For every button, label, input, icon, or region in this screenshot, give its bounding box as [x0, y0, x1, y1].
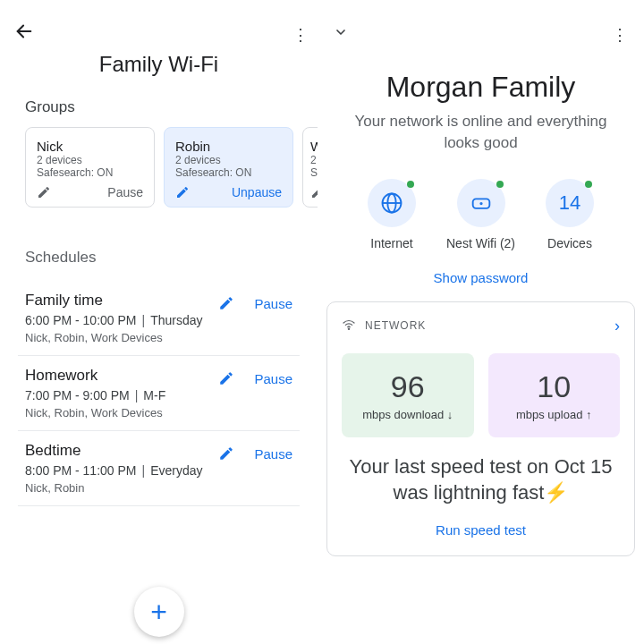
wifi-icon	[342, 318, 356, 335]
internet-tile[interactable]: Internet	[368, 179, 416, 250]
upload-speed-box: 10 mbps upload ↑	[488, 353, 621, 437]
network-panel: ⋮ Morgan Family Your network is online a…	[318, 0, 644, 644]
schedule-time: 8:00 PM - 11:00 PM|Everyday	[25, 463, 218, 478]
edit-icon[interactable]	[218, 370, 234, 386]
group-card-robin[interactable]: Robin 2 devices Safesearch: ON Unpause	[164, 127, 293, 208]
pause-button[interactable]: Pause	[107, 185, 143, 199]
schedule-item[interactable]: Family time 6:00 PM - 10:00 PM|Thursday …	[18, 281, 300, 356]
group-safesearch: Sa	[310, 166, 318, 179]
network-label: NETWORK	[365, 319, 426, 332]
upload-value: 10	[497, 369, 612, 404]
svg-point-6	[348, 328, 349, 329]
group-name: W	[310, 139, 318, 154]
pause-button[interactable]: Pause	[254, 296, 292, 311]
group-devices: 2 devices	[37, 154, 143, 166]
speed-row: 96 mbps download ↓ 10 mbps upload ↑	[342, 353, 620, 437]
groups-heading: Groups	[0, 98, 318, 116]
arrow-down-icon: ↓	[447, 408, 453, 421]
status-tiles: Internet Nest Wifi (2) 14 Devices	[326, 179, 635, 250]
unpause-button[interactable]: Unpause	[232, 185, 282, 199]
group-card-nick[interactable]: Nick 2 devices Safesearch: ON Pause	[25, 127, 155, 208]
schedule-name: Bedtime	[25, 442, 218, 460]
schedule-time: 6:00 PM - 10:00 PM|Thursday	[25, 313, 218, 327]
groups-row[interactable]: Nick 2 devices Safesearch: ON Pause Robi…	[0, 127, 318, 208]
schedule-members: Nick, Robin	[25, 481, 218, 495]
plus-icon: +	[150, 596, 167, 629]
network-card: NETWORK › 96 mbps download ↓ 10 mbps upl…	[326, 301, 635, 556]
chevron-down-icon[interactable]	[334, 25, 348, 44]
router-icon	[457, 179, 505, 227]
pause-button[interactable]: Pause	[254, 446, 292, 462]
devices-tile[interactable]: 14 Devices	[546, 179, 594, 250]
family-wifi-panel: ⋮ Family Wi-Fi Groups Nick 2 devices Saf…	[0, 0, 318, 644]
arrow-up-icon: ↑	[586, 408, 592, 421]
right-topbar: ⋮	[326, 0, 635, 44]
network-title: Morgan Family	[326, 71, 635, 104]
schedule-time: 7:00 PM - 9:00 PM|M-F	[25, 388, 218, 402]
status-dot	[585, 181, 592, 188]
add-button[interactable]: +	[134, 587, 184, 637]
tile-label: Nest Wifi (2)	[446, 236, 515, 250]
schedule-name: Family time	[25, 292, 218, 309]
group-devices: 2 d	[310, 154, 318, 166]
group-safesearch: Safesearch: ON	[37, 166, 143, 179]
devices-count-icon: 14	[546, 179, 594, 227]
upload-label: mbps upload ↑	[497, 408, 612, 421]
globe-icon	[368, 179, 416, 227]
run-speed-test-link[interactable]: Run speed test	[342, 522, 620, 538]
group-name: Robin	[175, 139, 282, 154]
schedule-name: Homework	[25, 367, 218, 385]
group-safesearch: Safesearch: ON	[175, 166, 282, 179]
schedule-members: Nick, Robin, Work Devices	[25, 406, 218, 419]
devices-count: 14	[559, 191, 580, 215]
status-dot	[407, 181, 414, 188]
pause-button[interactable]: Pause	[254, 371, 292, 386]
edit-icon[interactable]	[37, 185, 51, 199]
back-icon[interactable]	[14, 21, 34, 47]
schedule-members: Nick, Robin, Work Devices	[25, 331, 218, 344]
network-subtitle: Your network is online and everything lo…	[326, 111, 635, 154]
edit-icon[interactable]	[218, 445, 234, 462]
download-label: mbps download ↓	[351, 408, 465, 421]
nest-wifi-tile[interactable]: Nest Wifi (2)	[446, 179, 515, 250]
chevron-right-icon: ›	[614, 317, 620, 335]
overflow-menu-icon[interactable]: ⋮	[292, 25, 309, 45]
download-value: 96	[351, 369, 465, 404]
group-devices: 2 devices	[175, 154, 282, 166]
download-speed-box: 96 mbps download ↓	[342, 353, 474, 437]
group-card-peek[interactable]: W 2 d Sa	[302, 127, 318, 208]
schedules-section: Schedules Family time 6:00 PM - 10:00 PM…	[0, 249, 318, 506]
network-card-header[interactable]: NETWORK ›	[342, 317, 620, 335]
group-name: Nick	[37, 139, 143, 154]
page-title: Family Wi-Fi	[0, 52, 318, 77]
tile-label: Internet	[370, 236, 412, 250]
edit-icon[interactable]	[218, 295, 234, 311]
schedule-item[interactable]: Homework 7:00 PM - 9:00 PM|M-F Nick, Rob…	[18, 356, 300, 431]
show-password-link[interactable]: Show password	[326, 270, 635, 285]
speed-test-message: Your last speed test on Oct 15 was light…	[342, 453, 620, 506]
schedules-heading: Schedules	[18, 249, 300, 267]
edit-icon[interactable]	[310, 185, 318, 199]
schedule-item[interactable]: Bedtime 8:00 PM - 11:00 PM|Everyday Nick…	[18, 431, 300, 506]
edit-icon[interactable]	[175, 185, 190, 199]
status-dot	[496, 181, 504, 188]
left-topbar	[0, 0, 318, 47]
overflow-menu-icon[interactable]: ⋮	[612, 27, 628, 43]
tile-label: Devices	[547, 236, 592, 250]
svg-point-5	[480, 202, 481, 203]
